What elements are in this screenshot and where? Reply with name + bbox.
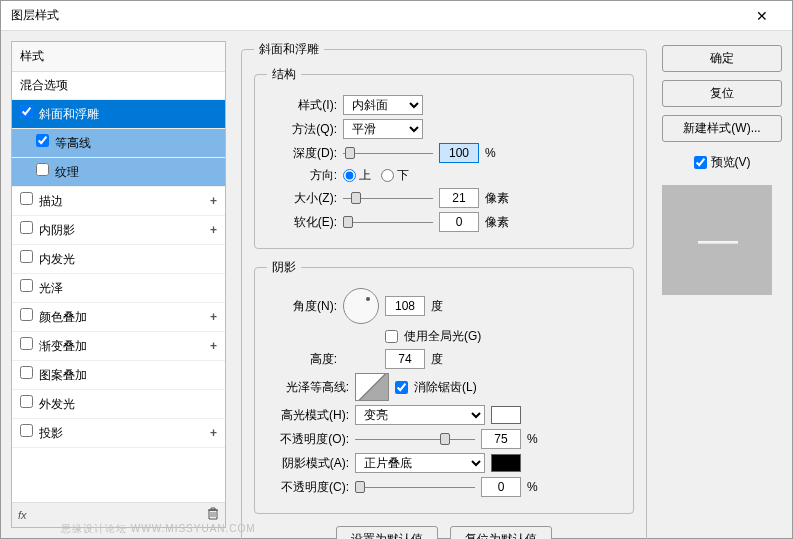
style-item-1[interactable]: 斜面和浮雕 bbox=[12, 100, 225, 129]
size-label: 大小(Z): bbox=[267, 190, 337, 207]
soften-label: 软化(E): bbox=[267, 214, 337, 231]
action-panel: 确定 复位 新建样式(W)... 预览(V) bbox=[662, 41, 782, 528]
close-button[interactable]: ✕ bbox=[742, 2, 782, 30]
gloss-contour-picker[interactable] bbox=[355, 373, 389, 401]
altitude-input[interactable] bbox=[385, 349, 425, 369]
angle-dial[interactable] bbox=[343, 288, 379, 324]
shadow-opacity-input[interactable] bbox=[481, 477, 521, 497]
preview-label: 预览(V) bbox=[711, 154, 751, 171]
style-item-label: 渐变叠加 bbox=[39, 339, 87, 353]
style-item-label: 内发光 bbox=[39, 252, 75, 266]
style-item-label: 描边 bbox=[39, 194, 63, 208]
plus-icon[interactable]: + bbox=[210, 223, 217, 237]
preview-box bbox=[662, 185, 772, 295]
titlebar: 图层样式 ✕ bbox=[1, 1, 792, 31]
make-default-button[interactable]: 设置为默认值 bbox=[336, 526, 438, 539]
gloss-contour-label: 光泽等高线: bbox=[267, 379, 349, 396]
highlight-opacity-slider[interactable] bbox=[355, 431, 475, 447]
depth-input[interactable] bbox=[439, 143, 479, 163]
style-checkbox[interactable] bbox=[20, 424, 33, 437]
style-item-label: 混合选项 bbox=[20, 78, 68, 92]
close-icon: ✕ bbox=[756, 8, 768, 24]
ok-button[interactable]: 确定 bbox=[662, 45, 782, 72]
altitude-unit: 度 bbox=[431, 351, 455, 368]
fx-icon[interactable]: fx bbox=[18, 509, 27, 521]
angle-unit: 度 bbox=[431, 298, 455, 315]
antialias-label: 消除锯齿(L) bbox=[414, 379, 477, 396]
soften-input[interactable] bbox=[439, 212, 479, 232]
reset-default-button[interactable]: 复位为默认值 bbox=[450, 526, 552, 539]
window-title: 图层样式 bbox=[11, 7, 59, 24]
cancel-button[interactable]: 复位 bbox=[662, 80, 782, 107]
angle-input[interactable] bbox=[385, 296, 425, 316]
highlight-color-swatch[interactable] bbox=[491, 406, 521, 424]
style-checkbox[interactable] bbox=[20, 308, 33, 321]
style-checkbox[interactable] bbox=[20, 192, 33, 205]
shading-group: 阴影 角度(N): 度 使用全局光(G) 高度: bbox=[254, 259, 634, 514]
style-item-3[interactable]: 纹理 bbox=[12, 158, 225, 187]
new-style-button[interactable]: 新建样式(W)... bbox=[662, 115, 782, 142]
size-input[interactable] bbox=[439, 188, 479, 208]
shadow-color-swatch[interactable] bbox=[491, 454, 521, 472]
technique-select[interactable]: 平滑 bbox=[343, 119, 423, 139]
style-checkbox[interactable] bbox=[20, 105, 33, 118]
style-item-5[interactable]: 内阴影+ bbox=[12, 216, 225, 245]
shadow-opacity-slider[interactable] bbox=[355, 479, 475, 495]
style-select[interactable]: 内斜面 bbox=[343, 95, 423, 115]
global-light-label: 使用全局光(G) bbox=[404, 328, 481, 345]
plus-icon[interactable]: + bbox=[210, 310, 217, 324]
style-checkbox[interactable] bbox=[36, 163, 49, 176]
plus-icon[interactable]: + bbox=[210, 426, 217, 440]
highlight-mode-select[interactable]: 变亮 bbox=[355, 405, 485, 425]
style-checkbox[interactable] bbox=[20, 279, 33, 292]
plus-icon[interactable]: + bbox=[210, 194, 217, 208]
direction-up[interactable]: 上 bbox=[343, 167, 371, 184]
depth-unit: % bbox=[485, 146, 509, 160]
depth-slider[interactable] bbox=[343, 145, 433, 161]
global-light-checkbox[interactable] bbox=[385, 330, 398, 343]
style-item-11[interactable]: 外发光 bbox=[12, 390, 225, 419]
direction-down-radio[interactable] bbox=[381, 169, 394, 182]
style-checkbox[interactable] bbox=[20, 395, 33, 408]
style-item-label: 内阴影 bbox=[39, 223, 75, 237]
highlight-opacity-label: 不透明度(O): bbox=[267, 431, 349, 448]
style-item-label: 等高线 bbox=[55, 136, 91, 150]
style-checkbox[interactable] bbox=[20, 250, 33, 263]
direction-up-radio[interactable] bbox=[343, 169, 356, 182]
size-slider[interactable] bbox=[343, 190, 433, 206]
style-item-9[interactable]: 渐变叠加+ bbox=[12, 332, 225, 361]
settings-panel: 斜面和浮雕 结构 样式(I): 内斜面 方法(Q): 平滑 深度(D): bbox=[236, 41, 652, 528]
styles-list: 混合选项斜面和浮雕等高线纹理描边+内阴影+内发光光泽颜色叠加+渐变叠加+图案叠加… bbox=[12, 72, 225, 502]
style-item-7[interactable]: 光泽 bbox=[12, 274, 225, 303]
preview-checkbox[interactable] bbox=[694, 156, 707, 169]
style-item-2[interactable]: 等高线 bbox=[12, 129, 225, 158]
shadow-opacity-label: 不透明度(C): bbox=[267, 479, 349, 496]
styles-panel: 样式 混合选项斜面和浮雕等高线纹理描边+内阴影+内发光光泽颜色叠加+渐变叠加+图… bbox=[11, 41, 226, 528]
highlight-opacity-input[interactable] bbox=[481, 429, 521, 449]
direction-label: 方向: bbox=[267, 167, 337, 184]
style-checkbox[interactable] bbox=[20, 366, 33, 379]
styles-header: 样式 bbox=[12, 42, 225, 72]
style-item-10[interactable]: 图案叠加 bbox=[12, 361, 225, 390]
structure-group: 结构 样式(I): 内斜面 方法(Q): 平滑 深度(D): % bbox=[254, 66, 634, 249]
style-item-8[interactable]: 颜色叠加+ bbox=[12, 303, 225, 332]
style-checkbox[interactable] bbox=[36, 134, 49, 147]
style-checkbox[interactable] bbox=[20, 337, 33, 350]
soften-slider[interactable] bbox=[343, 214, 433, 230]
style-checkbox[interactable] bbox=[20, 221, 33, 234]
style-item-4[interactable]: 描边+ bbox=[12, 187, 225, 216]
shadow-mode-select[interactable]: 正片叠底 bbox=[355, 453, 485, 473]
altitude-label: 高度: bbox=[267, 351, 337, 368]
style-item-0[interactable]: 混合选项 bbox=[12, 72, 225, 100]
style-item-label: 纹理 bbox=[55, 165, 79, 179]
direction-down[interactable]: 下 bbox=[381, 167, 409, 184]
style-item-label: 光泽 bbox=[39, 281, 63, 295]
style-item-label: 外发光 bbox=[39, 397, 75, 411]
shading-legend: 阴影 bbox=[267, 259, 301, 276]
antialias-checkbox[interactable] bbox=[395, 381, 408, 394]
plus-icon[interactable]: + bbox=[210, 339, 217, 353]
style-item-12[interactable]: 投影+ bbox=[12, 419, 225, 448]
style-item-6[interactable]: 内发光 bbox=[12, 245, 225, 274]
style-item-label: 颜色叠加 bbox=[39, 310, 87, 324]
trash-icon[interactable] bbox=[207, 507, 219, 523]
